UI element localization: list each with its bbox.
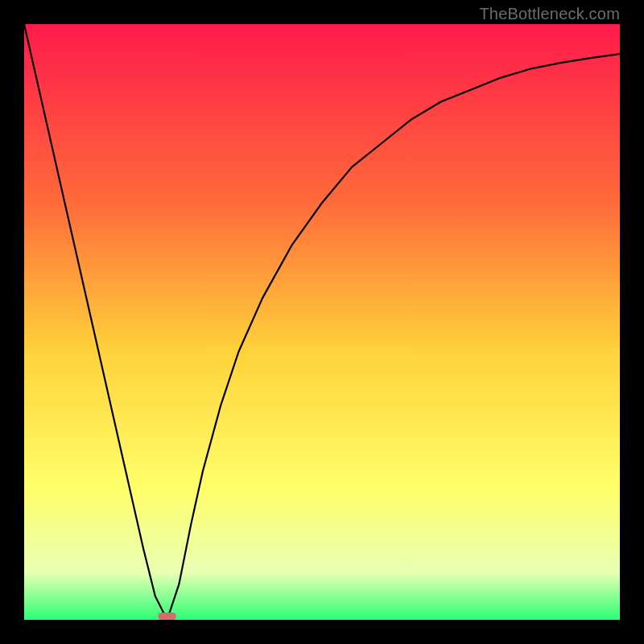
- attribution-label: TheBottleneck.com: [479, 5, 620, 23]
- chart-frame: [24, 24, 620, 620]
- chart-plot: [24, 24, 620, 620]
- gradient-background: [24, 24, 620, 620]
- optimum-marker: [159, 613, 176, 620]
